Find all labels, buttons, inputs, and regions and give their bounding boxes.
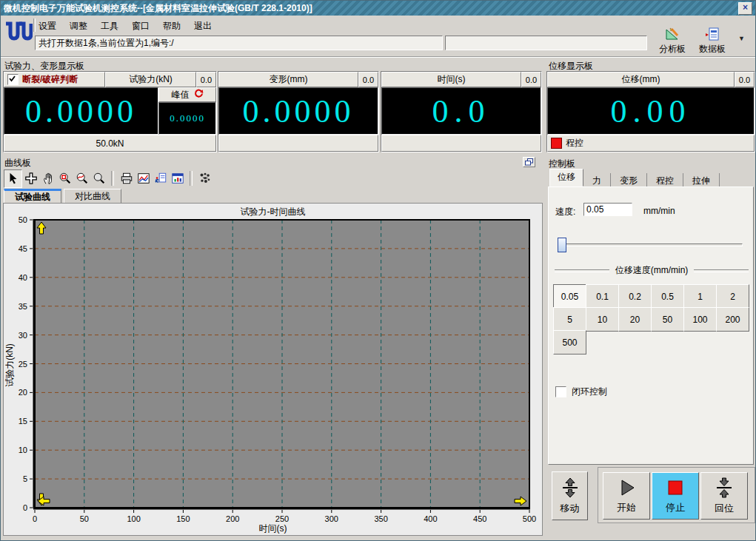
speed-button-20[interactable]: 20: [618, 307, 652, 332]
svg-text:0: 0: [23, 503, 27, 512]
displacement-header: 位移(mm): [547, 72, 735, 87]
analysis-icon: [665, 33, 680, 43]
zoom-box-icon[interactable]: [56, 170, 73, 187]
svg-text:40: 40: [19, 273, 27, 282]
time-header: 时间(s): [381, 72, 521, 87]
time-value-display: 0.0: [381, 87, 541, 135]
speed-button-0.05[interactable]: 0.05: [553, 284, 586, 309]
menu-item-window[interactable]: 窗口: [127, 19, 155, 34]
svg-text:30: 30: [19, 331, 27, 340]
speed-slider-track[interactable]: [561, 243, 743, 246]
chart-x-axis-label: 时间(s): [4, 522, 542, 535]
stop-square-icon: [666, 478, 685, 500]
group-line: [555, 269, 609, 272]
return-arrows-icon: [715, 477, 734, 500]
speed-slider-handle[interactable]: [558, 238, 566, 252]
title-bar: 微机控制电子万能试验机测控系统--[金属材料室温拉伸试验(GB/T 228.1-…: [1, 1, 755, 16]
force-header: 试验力(kN): [105, 72, 196, 87]
group-line: [694, 269, 749, 272]
speed-unit-label: mm/min: [643, 206, 675, 216]
toolbar-more-arrow[interactable]: ▼: [738, 35, 745, 42]
move-cross-icon[interactable]: [22, 170, 39, 187]
toolbar-separator: [190, 171, 193, 186]
toolbar-separator: [111, 171, 114, 186]
speed-button-0.2[interactable]: 0.2: [618, 284, 652, 309]
move-arrows-icon: [561, 477, 580, 500]
menu-item-exit[interactable]: 退出: [189, 19, 217, 34]
speed-button-1[interactable]: 1: [683, 284, 717, 309]
speed-button-200[interactable]: 200: [716, 307, 749, 332]
menu-item-adjust[interactable]: 调整: [64, 19, 93, 34]
force-time-chart[interactable]: 试验力-时间曲线 0501001502002503003504004505000…: [3, 203, 543, 536]
curve-toolbar: [4, 169, 543, 188]
tab-deform[interactable]: 变形: [611, 173, 647, 187]
speed-button-5[interactable]: 5: [553, 307, 586, 332]
stop-button-label: 停止: [666, 501, 685, 514]
program-control-indicator-icon: [551, 138, 562, 149]
peak-reset-icon[interactable]: [194, 89, 204, 101]
speed-button-0.1[interactable]: 0.1: [586, 284, 619, 309]
chart-y-axis-label: 试验力(kN): [4, 314, 16, 417]
svg-text:45: 45: [19, 244, 27, 253]
speed-button-50[interactable]: 50: [651, 307, 684, 332]
start-button-label: 开始: [617, 501, 636, 514]
menu-item-tools[interactable]: 工具: [96, 19, 124, 34]
app-window: 微机控制电子万能试验机测控系统--[金属材料室温拉伸试验(GB/T 228.1-…: [0, 0, 756, 541]
peak-bar[interactable]: 峰值: [158, 87, 216, 102]
chart-plot-area[interactable]: 0501001502002503003504004505000510152025…: [4, 204, 542, 523]
curve-panel-restore-icon[interactable]: [523, 157, 535, 167]
tab-program[interactable]: 程控: [647, 173, 683, 187]
svg-text:20: 20: [19, 388, 27, 397]
svg-text:15: 15: [19, 417, 27, 426]
speed-button-100[interactable]: 100: [683, 307, 717, 332]
deform-corner-value: 0.0: [358, 72, 378, 87]
analysis-label: 分析板: [654, 43, 691, 56]
closed-loop-row[interactable]: 闭环控制: [555, 386, 607, 398]
program-control-label: 程控: [566, 137, 583, 149]
data-board-button[interactable]: 数据板: [694, 27, 731, 54]
speed-group-label: 位移速度(mm/min): [615, 264, 689, 277]
speed-label: 速度:: [555, 206, 575, 218]
start-button[interactable]: 开始: [603, 472, 650, 520]
magnifier-icon[interactable]: [90, 170, 107, 187]
speed-button-0.5[interactable]: 0.5: [651, 284, 684, 309]
time-corner-value: 0.0: [521, 72, 541, 87]
tab-compare-curve[interactable]: 对比曲线: [64, 189, 121, 204]
closed-loop-checkbox[interactable]: [555, 386, 566, 397]
tab-tensile[interactable]: 拉伸: [683, 173, 720, 187]
move-button[interactable]: 移动: [552, 471, 588, 520]
marker-pattern-icon[interactable]: [196, 170, 213, 187]
menu-item-settings[interactable]: 设置: [33, 19, 61, 34]
deform-header: 变形(mm): [218, 72, 358, 87]
curve-settings-icon[interactable]: [135, 170, 152, 187]
svg-text:5: 5: [23, 474, 27, 483]
speed-button-2[interactable]: 2: [716, 284, 749, 309]
zoom-curve-icon[interactable]: [73, 170, 90, 187]
print-icon[interactable]: [118, 170, 135, 187]
tab-force[interactable]: 力: [583, 173, 611, 187]
peak-value-display: 0.0000: [158, 102, 216, 135]
copy-curve-icon[interactable]: [152, 170, 169, 187]
secondary-field: [445, 36, 647, 50]
force-display-unit: 断裂/破碎判断 试验力(kN) 0.0 0.0000 峰值 0.0000 50.…: [3, 71, 217, 152]
menu-bar: 设置 调整 工具 窗口 帮助 退出: [33, 19, 217, 33]
deform-display-unit: 变形(mm) 0.0 0.0000: [218, 71, 379, 152]
speed-input[interactable]: [583, 203, 632, 216]
analysis-board-button[interactable]: 分析板: [654, 27, 691, 54]
break-judge-checkbox-row[interactable]: 断裂/破碎判断: [4, 72, 105, 87]
menu-item-help[interactable]: 帮助: [158, 19, 186, 34]
status-text: 共打开数据1条,当前位置为1,编号:/: [39, 37, 174, 50]
close-button[interactable]: ×: [738, 2, 752, 15]
return-button[interactable]: 回位: [700, 472, 748, 520]
control-tab-strip: 位移 力 变形 程控 拉伸: [549, 170, 720, 187]
tab-displacement[interactable]: 位移: [549, 169, 583, 187]
data-window-icon[interactable]: [169, 170, 186, 187]
deform-footer: [218, 135, 378, 152]
stop-button[interactable]: 停止: [652, 472, 699, 520]
break-judge-checkbox[interactable]: [7, 74, 19, 85]
select-cursor-icon[interactable]: [4, 169, 22, 188]
pan-hand-icon[interactable]: [39, 170, 56, 187]
speed-button-10[interactable]: 10: [586, 307, 619, 332]
speed-button-500[interactable]: 500: [553, 330, 586, 354]
program-control-row: 程控: [547, 135, 755, 152]
